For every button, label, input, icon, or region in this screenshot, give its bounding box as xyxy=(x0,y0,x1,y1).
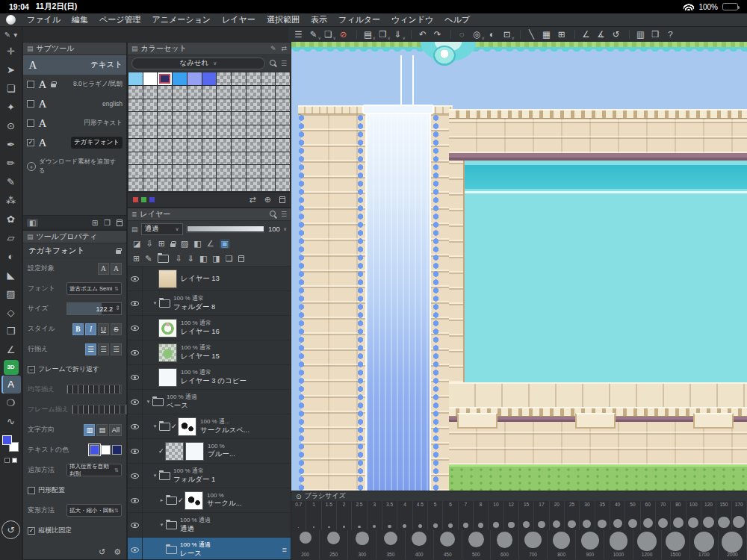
menu-item[interactable]: フィルター xyxy=(338,14,380,25)
color-swatch[interactable] xyxy=(247,178,261,191)
color-swatch[interactable] xyxy=(276,165,290,178)
layer-visibility-toggle[interactable] xyxy=(128,414,143,438)
menu-item[interactable]: ヘルプ xyxy=(444,14,470,25)
color-swatch[interactable] xyxy=(173,178,187,191)
brush-size-option[interactable]: 4 xyxy=(397,501,412,530)
blend-tool[interactable]: ◐ xyxy=(1,248,21,266)
brush-size-option[interactable]: 40 xyxy=(610,501,625,530)
colorset-list-icon[interactable]: ☰ xyxy=(281,60,287,67)
pen-input-icon[interactable]: ✎ xyxy=(307,28,320,41)
app-logo-icon[interactable] xyxy=(6,15,16,25)
layer-row[interactable]: ▾✓100 % 通...サークルスペ... xyxy=(128,414,291,439)
layer-row[interactable]: 100 % 通常レイヤー 3 のコピー xyxy=(128,365,291,390)
brush-size-option[interactable]: 1 xyxy=(306,501,321,530)
layer-visibility-toggle[interactable] xyxy=(128,464,143,488)
color-swatch[interactable] xyxy=(232,112,246,125)
color-swatch[interactable] xyxy=(247,165,261,178)
brush-size-option[interactable]: 250 xyxy=(320,530,348,559)
frame-align-ruler[interactable] xyxy=(72,405,127,414)
layer-visibility-toggle[interactable] xyxy=(128,390,143,414)
subtool-checkbox[interactable]: ✓ xyxy=(27,139,34,146)
snap-grid-icon[interactable]: ⊞ xyxy=(555,28,568,41)
color-swatch[interactable] xyxy=(276,72,290,85)
color-swatch[interactable] xyxy=(143,152,158,165)
brush-size-option[interactable]: 50 xyxy=(625,501,640,530)
layer-row[interactable]: ▾100 % 通常フォルダー 1 xyxy=(128,464,291,488)
color-swatch[interactable] xyxy=(247,125,261,138)
selection-tool[interactable]: ❏ xyxy=(1,80,21,98)
color-swatch[interactable] xyxy=(247,86,261,99)
brush-size-option[interactable]: 600 xyxy=(491,530,519,559)
brush-size-option[interactable]: 120 xyxy=(701,501,716,530)
color-swatch[interactable] xyxy=(202,165,217,178)
color-swatch[interactable] xyxy=(217,178,231,191)
brush-size-option[interactable]: 1.5 xyxy=(322,501,337,530)
material-panel-icon[interactable]: ▥ xyxy=(634,28,647,41)
subtool-item[interactable]: A8.0ヒラギノ/民朝 xyxy=(23,75,126,94)
tool-settings-icon[interactable]: ⚙ xyxy=(114,547,121,557)
delete-layer-icon[interactable] xyxy=(238,255,244,262)
color-swatch[interactable] xyxy=(232,72,246,85)
color-swatch[interactable] xyxy=(276,125,290,138)
brush-size-option[interactable]: 60 xyxy=(641,501,656,530)
color-swatch[interactable] xyxy=(247,99,261,112)
replace-color-icon[interactable]: ⇄ xyxy=(249,195,256,205)
brush-size-option[interactable]: 100 xyxy=(686,501,701,530)
color-swatch[interactable] xyxy=(143,125,158,138)
color-swatch[interactable] xyxy=(232,178,246,191)
color-swatch[interactable] xyxy=(173,99,187,112)
color-swatch[interactable] xyxy=(202,112,217,125)
color-swatch[interactable] xyxy=(202,86,217,99)
color-swatch[interactable] xyxy=(261,112,276,125)
color-swatch[interactable] xyxy=(173,72,187,85)
color-swatch[interactable] xyxy=(187,86,202,99)
layer-color-icon[interactable]: ▣ xyxy=(220,239,230,249)
color-swatch[interactable] xyxy=(187,99,202,112)
menu-item[interactable]: 編集 xyxy=(72,14,88,25)
auto-select-tool[interactable]: ✦ xyxy=(1,99,21,116)
layer-visibility-toggle[interactable] xyxy=(128,439,143,463)
main-color-mini-chip[interactable] xyxy=(4,458,10,463)
reselect-icon[interactable]: ◎ xyxy=(471,28,483,41)
layer-row[interactable]: ▾100 % 通常フォルダー 8 xyxy=(128,291,291,316)
color-swatch[interactable] xyxy=(276,139,290,152)
color-swatch[interactable] xyxy=(217,165,231,178)
frame-border-tool[interactable]: ❒ xyxy=(1,323,21,340)
mini-color-chips[interactable] xyxy=(4,458,17,463)
brush-size-option[interactable]: 150 xyxy=(716,501,731,530)
merge-down-icon[interactable]: ⇓ xyxy=(187,254,194,264)
add-color-icon[interactable]: ⊕ xyxy=(264,195,271,205)
figure-tool[interactable]: ◇ xyxy=(1,304,21,322)
search-color-icon[interactable] xyxy=(270,60,276,66)
text-color-chip[interactable] xyxy=(112,445,122,455)
gradient-tool[interactable]: ▨ xyxy=(1,285,21,303)
reference-layer-icon[interactable]: ⊞ xyxy=(158,239,165,249)
brush-size-option[interactable]: 2000 xyxy=(719,530,747,559)
color-swatch[interactable] xyxy=(173,125,187,138)
new-canvas-icon[interactable]: ▤ xyxy=(362,28,374,41)
align-center-button[interactable]: ☰ xyxy=(98,343,109,355)
mask-thumbnail[interactable] xyxy=(185,442,204,461)
style-b-button[interactable]: B xyxy=(72,323,84,335)
deselect-icon[interactable]: ◌ xyxy=(456,28,468,41)
color-swatch[interactable] xyxy=(187,139,202,152)
color-swatch[interactable] xyxy=(143,99,158,112)
direction-vertical-button[interactable]: ▥ xyxy=(84,424,95,436)
color-swatch[interactable] xyxy=(128,139,143,152)
font-dropdown[interactable]: 遊古ポエム Semi xyxy=(66,282,122,295)
color-swatch[interactable] xyxy=(261,152,276,165)
color-swatch[interactable] xyxy=(202,139,217,152)
layer-visibility-toggle[interactable] xyxy=(128,538,143,559)
delete-subtool-icon[interactable] xyxy=(117,220,123,226)
layer-visibility-toggle[interactable] xyxy=(128,267,143,290)
brush-size-option[interactable]: 17 xyxy=(534,501,549,530)
color-swatch[interactable] xyxy=(261,125,276,138)
color-swatch[interactable] xyxy=(247,152,261,165)
align-right-button[interactable]: ☰ xyxy=(111,343,122,355)
layer-row[interactable]: ▾100 % 通過ベース xyxy=(128,390,291,414)
color-swatch[interactable] xyxy=(173,86,187,99)
brush-size-option[interactable]: 10 xyxy=(489,501,503,530)
layer-search-icon[interactable] xyxy=(270,211,276,217)
workspace-icon[interactable]: ❒ xyxy=(649,28,662,41)
brush-size-option[interactable]: 1700 xyxy=(690,530,719,559)
